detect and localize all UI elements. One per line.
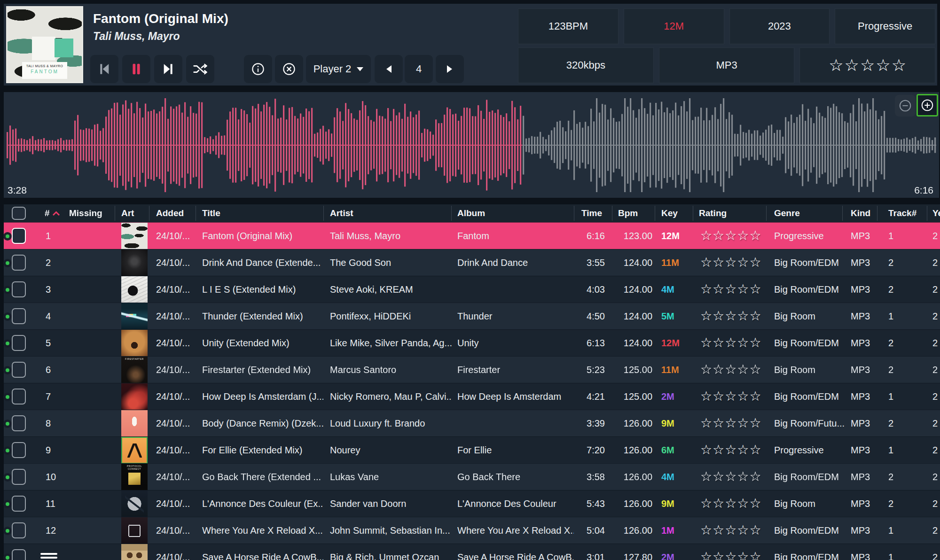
column-header-time[interactable]: Time: [581, 204, 602, 222]
track-row-12[interactable]: 1224/10/...Where You Are X Reload X...Jo…: [4, 517, 940, 544]
track-row-2[interactable]: 224/10/...Drink And Dance (Extende...The…: [4, 249, 940, 276]
column-header-track[interactable]: Track#: [888, 204, 916, 222]
cell-key: 6M: [661, 437, 694, 464]
row-checkbox[interactable]: [12, 281, 26, 297]
next-button[interactable]: [154, 55, 182, 83]
cell-rating[interactable]: ☆☆☆☆☆: [700, 437, 776, 464]
track-row-13[interactable]: 24/10/...Save A Horse Ride A CowB...Big …: [4, 544, 940, 560]
album-art-label: TALI MUSS & MAYRO FANTOM: [22, 62, 67, 79]
track-row-9[interactable]: 924/10/...For Ellie (Extended Mix)Nourey…: [4, 436, 940, 463]
track-row-5[interactable]: 524/10/...Unity (Extended Mix)Like Mike,…: [4, 329, 940, 356]
cell-rating[interactable]: ☆☆☆☆☆: [700, 464, 776, 490]
row-checkbox[interactable]: [12, 308, 26, 324]
column-header-art[interactable]: Art: [121, 204, 134, 222]
track-row-7[interactable]: 724/10/...How Deep Is Amsterdam (J...Nic…: [4, 383, 940, 410]
track-number-button[interactable]: 4: [405, 55, 433, 83]
next-track-number-button[interactable]: [436, 55, 464, 83]
track-row-8[interactable]: 824/10/...Body (Dance Remix) (Dzek...Lou…: [4, 410, 940, 436]
previous-button[interactable]: [90, 55, 118, 83]
track-row-11[interactable]: 1124/10/...L'Annonce Des Couleur (Ex...S…: [4, 490, 940, 517]
pause-button[interactable]: [122, 55, 150, 83]
row-checkbox[interactable]: [12, 442, 26, 458]
cell-kind: MP3: [851, 223, 879, 249]
cell-genre: Big Room/Futu...: [774, 410, 845, 437]
cell-track-number: 1: [888, 303, 921, 330]
track-row-6[interactable]: 6FIRESTARTER24/10/...Firestarter (Extend…: [4, 356, 940, 383]
cell-time: 3:55: [555, 249, 605, 276]
cell-title: Drink And Dance (Extende...: [202, 249, 323, 276]
track-row-4[interactable]: 424/10/...Thunder (Extended Mix)Pontifex…: [4, 303, 940, 329]
prev-track-number-button[interactable]: [375, 55, 403, 83]
cell-track-number: 2: [888, 490, 921, 517]
badge-format[interactable]: MP3: [659, 47, 795, 83]
track-number-value: 4: [416, 63, 422, 75]
cell-bpm: 124.00: [606, 330, 652, 357]
drag-handle-icon[interactable]: [40, 553, 57, 560]
cell-rating[interactable]: ☆☆☆☆☆: [700, 544, 776, 560]
cell-rating[interactable]: ☆☆☆☆☆: [700, 276, 776, 303]
row-checkbox[interactable]: [12, 228, 26, 244]
cell-rating[interactable]: ☆☆☆☆☆: [700, 517, 776, 544]
row-number: 7: [46, 383, 74, 410]
column-header-artist[interactable]: Artist: [330, 204, 353, 222]
player-select-dropdown[interactable]: Player 2: [306, 55, 371, 83]
badge-bpm[interactable]: 123BPM: [518, 8, 619, 44]
cell-rating[interactable]: ☆☆☆☆☆: [700, 330, 776, 357]
column-header-genre[interactable]: Genre: [774, 204, 800, 222]
badge-rating-stars[interactable]: ☆☆☆☆☆: [799, 47, 935, 83]
row-checkbox[interactable]: [12, 335, 26, 351]
badge-genre[interactable]: Progressive: [835, 8, 935, 44]
row-checkbox[interactable]: [12, 469, 26, 485]
track-row-1[interactable]: 124/10/...Fantom (Original Mix)Tali Muss…: [4, 222, 940, 249]
track-row-3[interactable]: 324/10/...L I E S (Extended Mix)Steve Ao…: [4, 276, 940, 303]
zoom-in-button[interactable]: [916, 94, 938, 117]
eject-button[interactable]: [275, 55, 303, 83]
cell-key: 9M: [661, 410, 694, 437]
row-checkbox[interactable]: [12, 362, 26, 378]
column-header-title[interactable]: Title: [202, 204, 220, 222]
select-all-checkbox[interactable]: [12, 207, 26, 220]
waveform-panel[interactable]: 3:28 6:16: [4, 92, 939, 198]
row-checkbox[interactable]: [12, 549, 26, 560]
cell-genre: Progressive: [774, 437, 845, 464]
row-number: 3: [46, 276, 74, 303]
cell-genre: Big Room: [774, 303, 845, 330]
cell-rating[interactable]: ☆☆☆☆☆: [700, 490, 776, 517]
cell-rating[interactable]: ☆☆☆☆☆: [700, 249, 776, 276]
row-checkbox[interactable]: [12, 415, 26, 431]
column-divider: [693, 206, 693, 221]
row-checkbox[interactable]: [12, 255, 26, 271]
row-number: 11: [46, 490, 74, 517]
column-header-bpm[interactable]: Bpm: [618, 204, 638, 222]
column-header-missing[interactable]: Missing: [69, 204, 102, 222]
waveform-canvas[interactable]: [7, 92, 936, 198]
row-checkbox[interactable]: [12, 389, 26, 404]
column-header-key[interactable]: Key: [661, 204, 678, 222]
column-header-rating[interactable]: Rating: [699, 204, 727, 222]
badge-year[interactable]: 2023: [729, 8, 830, 44]
cell-bpm: 126.00: [606, 490, 652, 517]
cell-artist: Lukas Vane: [330, 464, 452, 490]
row-checkbox[interactable]: [12, 522, 26, 538]
column-header-[interactable]: #: [45, 204, 60, 222]
badge-key[interactable]: 12M: [624, 8, 724, 44]
cell-rating[interactable]: ☆☆☆☆☆: [700, 383, 776, 410]
badge-bitrate[interactable]: 320kbps: [518, 47, 654, 83]
shuffle-button[interactable]: [186, 55, 214, 83]
album-art-teal-square: [55, 39, 73, 57]
info-button[interactable]: [244, 55, 272, 83]
cell-rating[interactable]: ☆☆☆☆☆: [700, 223, 776, 249]
zoom-out-button[interactable]: [895, 95, 916, 117]
track-row-10[interactable]: 10PROTOCOL CONNECT24/10/...Go Back There…: [4, 463, 940, 490]
row-number: 12: [46, 517, 74, 544]
column-header-ye[interactable]: Ye: [932, 204, 940, 222]
cell-rating[interactable]: ☆☆☆☆☆: [700, 410, 776, 437]
column-header-kind[interactable]: Kind: [851, 204, 870, 222]
cell-time: 3:58: [555, 464, 605, 490]
row-checkbox[interactable]: [12, 496, 26, 512]
column-header-album[interactable]: Album: [457, 204, 485, 222]
cell-year: 2: [932, 383, 940, 410]
column-header-added[interactable]: Added: [156, 204, 184, 222]
cell-rating[interactable]: ☆☆☆☆☆: [700, 303, 776, 330]
cell-rating[interactable]: ☆☆☆☆☆: [700, 357, 776, 383]
